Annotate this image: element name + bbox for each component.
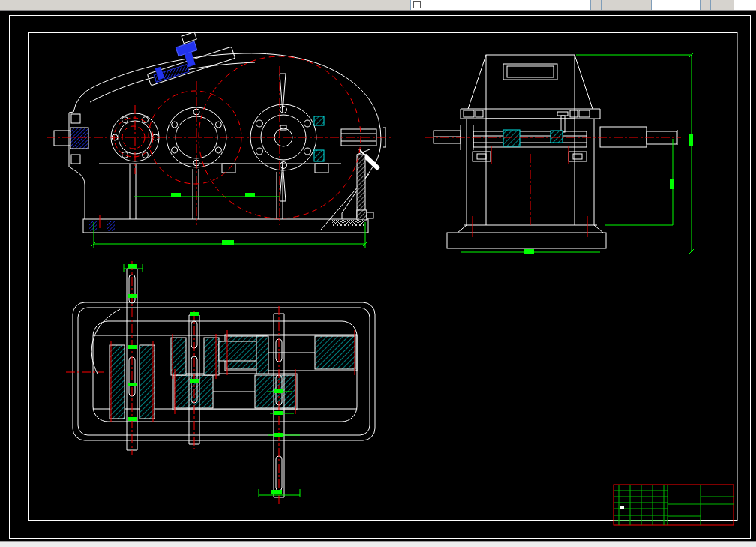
layer-dropdown[interactable] bbox=[410, 0, 602, 11]
toolbar bbox=[0, 0, 756, 11]
dim-scale-value bbox=[734, 10, 756, 11]
layer-dropdown-value bbox=[422, 10, 590, 11]
chevron-down-icon[interactable] bbox=[590, 0, 601, 11]
status-bar-edge bbox=[0, 541, 756, 547]
chevron-down-icon[interactable] bbox=[700, 0, 710, 11]
bolt-section bbox=[314, 116, 324, 125]
cad-application-window bbox=[0, 0, 756, 547]
bolt-section bbox=[314, 150, 324, 161]
bearing-section bbox=[550, 131, 562, 143]
text-style-dropdown[interactable] bbox=[651, 0, 711, 11]
dim-scale-dropdown[interactable] bbox=[734, 0, 756, 11]
drawing-canvas[interactable] bbox=[0, 0, 756, 547]
title-block-mark bbox=[620, 506, 624, 509]
bearing-section bbox=[503, 130, 520, 146]
layer-color-swatch bbox=[413, 1, 421, 8]
text-style-value bbox=[652, 10, 700, 11]
